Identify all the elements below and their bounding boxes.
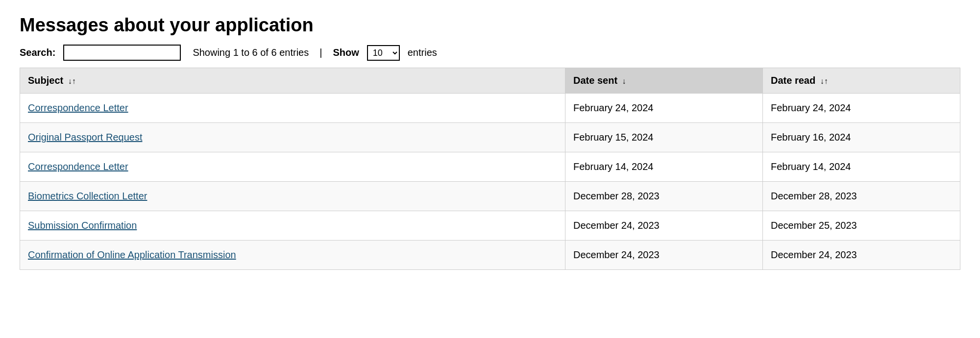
show-label: Show [333, 47, 359, 58]
cell-subject: Correspondence Letter [20, 152, 565, 182]
cell-date-read: December 24, 2023 [763, 241, 960, 270]
subject-link[interactable]: Biometrics Collection Letter [28, 191, 147, 201]
cell-date-read: February 16, 2024 [763, 123, 960, 152]
cell-date-read: February 24, 2024 [763, 94, 960, 123]
cell-date-sent: December 28, 2023 [565, 182, 763, 211]
col-header-date-sent[interactable]: Date sent ↓ [565, 68, 763, 94]
subject-link[interactable]: Correspondence Letter [28, 102, 128, 113]
search-input[interactable] [63, 45, 181, 61]
page-title: Messages about your application [20, 15, 960, 36]
cell-date-sent: February 15, 2024 [565, 123, 763, 152]
subject-link[interactable]: Confirmation of Online Application Trans… [28, 249, 236, 260]
table-row: Confirmation of Online Application Trans… [20, 241, 960, 270]
subject-sort-icon: ↓↑ [68, 77, 76, 85]
table-row: Biometrics Collection LetterDecember 28,… [20, 182, 960, 211]
table-row: Original Passport RequestFebruary 15, 20… [20, 123, 960, 152]
cell-subject: Biometrics Collection Letter [20, 182, 565, 211]
subject-link[interactable]: Submission Confirmation [28, 220, 137, 231]
cell-date-read: December 25, 2023 [763, 211, 960, 241]
cell-date-sent: December 24, 2023 [565, 241, 763, 270]
cell-subject: Correspondence Letter [20, 94, 565, 123]
col-header-subject[interactable]: Subject ↓↑ [20, 68, 565, 94]
entries-label: entries [408, 47, 437, 58]
cell-subject: Original Passport Request [20, 123, 565, 152]
controls-bar: Search: Showing 1 to 6 of 6 entries | Sh… [20, 45, 960, 61]
date-read-sort-icon: ↓↑ [820, 77, 828, 85]
table-header-row: Subject ↓↑ Date sent ↓ Date read ↓↑ [20, 68, 960, 94]
cell-date-read: February 14, 2024 [763, 152, 960, 182]
col-header-date-read[interactable]: Date read ↓↑ [763, 68, 960, 94]
subject-link[interactable]: Original Passport Request [28, 132, 142, 143]
subject-link[interactable]: Correspondence Letter [28, 161, 128, 172]
cell-date-sent: December 24, 2023 [565, 211, 763, 241]
messages-table: Subject ↓↑ Date sent ↓ Date read ↓↑ Corr… [20, 68, 960, 270]
cell-subject: Confirmation of Online Application Trans… [20, 241, 565, 270]
table-row: Correspondence LetterFebruary 14, 2024Fe… [20, 152, 960, 182]
entries-info: Showing 1 to 6 of 6 entries [193, 47, 309, 58]
table-row: Correspondence LetterFebruary 24, 2024Fe… [20, 94, 960, 123]
cell-date-sent: February 24, 2024 [565, 94, 763, 123]
show-select[interactable]: 10 25 50 100 [367, 45, 400, 61]
cell-date-sent: February 14, 2024 [565, 152, 763, 182]
date-sent-sort-icon: ↓ [622, 77, 626, 85]
cell-date-read: December 28, 2023 [763, 182, 960, 211]
table-row: Submission ConfirmationDecember 24, 2023… [20, 211, 960, 241]
cell-subject: Submission Confirmation [20, 211, 565, 241]
search-label: Search: [20, 47, 55, 58]
divider: | [319, 47, 322, 58]
